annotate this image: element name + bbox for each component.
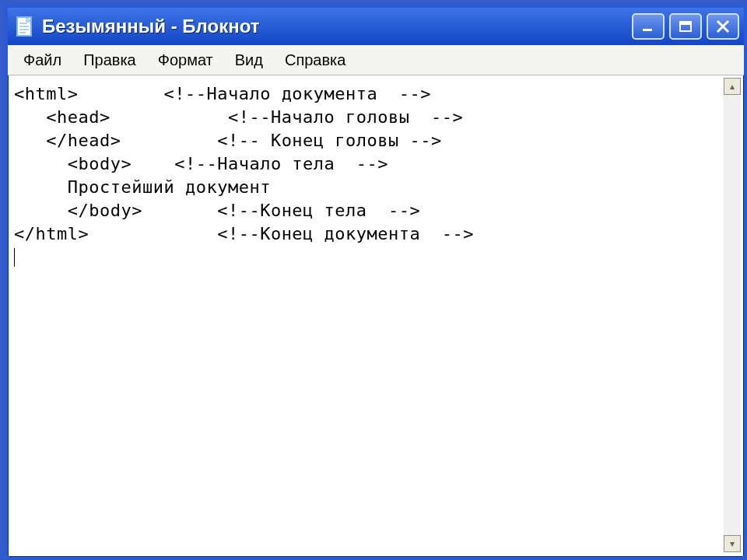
editor-area[interactable]: <html> <!--Начало документа --> <head> <… (11, 78, 722, 552)
notepad-app-icon (16, 16, 34, 37)
menu-view[interactable]: Вид (224, 48, 274, 72)
scroll-down-button[interactable]: ▾ (724, 535, 741, 552)
text-caret (14, 248, 15, 267)
vertical-scrollbar[interactable]: ▴ ▾ (724, 78, 741, 552)
menu-file[interactable]: Файл (12, 48, 72, 72)
menu-bar: Файл Правка Формат Вид Справка (8, 45, 744, 75)
close-button[interactable] (707, 13, 739, 40)
chevron-up-icon: ▴ (730, 81, 735, 92)
scroll-up-button[interactable]: ▴ (724, 78, 741, 95)
svg-rect-5 (643, 29, 652, 31)
menu-edit[interactable]: Правка (72, 48, 147, 72)
notepad-window: Безымянный - Блокнот Файл Правка Формат … (5, 5, 747, 560)
menu-help[interactable]: Справка (274, 48, 356, 72)
title-bar[interactable]: Безымянный - Блокнот (8, 8, 744, 45)
svg-rect-7 (680, 22, 691, 25)
chevron-down-icon: ▾ (730, 538, 735, 549)
menu-format[interactable]: Формат (147, 48, 224, 72)
maximize-button[interactable] (669, 13, 702, 40)
editor-text: <html> <!--Начало документа --> <head> <… (14, 84, 474, 243)
window-title: Безымянный - Блокнот (42, 8, 260, 45)
minimize-button[interactable] (632, 13, 665, 40)
